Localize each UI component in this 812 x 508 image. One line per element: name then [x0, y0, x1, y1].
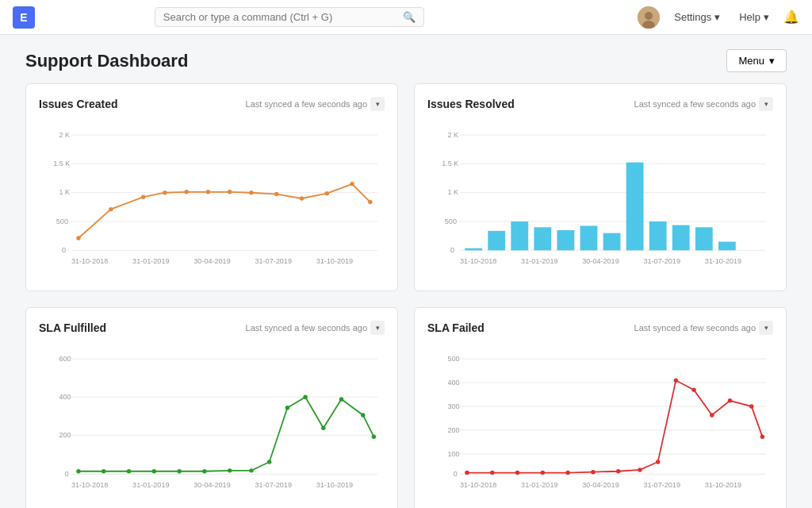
svg-point-74	[152, 469, 156, 473]
svg-rect-55	[672, 225, 690, 251]
svg-text:600: 600	[59, 355, 71, 363]
svg-text:30-04-2019: 30-04-2019	[582, 257, 619, 265]
svg-text:30-04-2019: 30-04-2019	[193, 481, 230, 489]
svg-text:2 K: 2 K	[447, 131, 458, 139]
sla-failed-card: SLA Failed Last synced a few seconds ago…	[414, 307, 787, 508]
svg-point-76	[202, 469, 206, 473]
svg-rect-53	[626, 163, 644, 251]
svg-text:31-10-2019: 31-10-2019	[316, 257, 353, 265]
issues-created-header: Issues Created Last synced a few seconds…	[39, 97, 385, 111]
svg-point-78	[249, 468, 253, 472]
search-icon: 🔍	[403, 11, 416, 23]
issues-resolved-chart: 2 K 1.5 K 1 K 500 0 31-10-2018 31-01-201…	[427, 119, 773, 278]
issues-resolved-svg: 2 K 1.5 K 1 K 500 0 31-10-2018 31-01-201…	[427, 119, 773, 278]
svg-point-83	[339, 397, 343, 401]
svg-point-117	[760, 434, 764, 438]
svg-text:1 K: 1 K	[59, 188, 70, 196]
avatar[interactable]	[638, 6, 660, 29]
svg-point-109	[616, 469, 620, 473]
svg-point-71	[76, 469, 80, 473]
issues-resolved-card: Issues Resolved Last synced a few second…	[414, 83, 787, 291]
svg-text:1.5 K: 1.5 K	[442, 160, 458, 167]
sla-fulfilled-svg: 600 400 200 0 31-10-2018 31-01-2019 30-0…	[39, 343, 385, 502]
settings-button[interactable]: Settings ▾	[669, 8, 725, 26]
svg-point-80	[285, 406, 289, 410]
svg-point-1	[645, 12, 653, 20]
svg-point-20	[141, 194, 145, 198]
issues-created-sync: Last synced a few seconds ago ▾	[246, 97, 385, 111]
svg-text:0: 0	[65, 470, 69, 478]
svg-text:31-10-2018: 31-10-2018	[71, 481, 108, 489]
svg-point-113	[691, 387, 695, 391]
svg-text:31-10-2019: 31-10-2019	[705, 481, 741, 489]
svg-point-24	[228, 190, 232, 194]
svg-point-85	[372, 434, 376, 438]
svg-point-79	[267, 460, 271, 464]
svg-point-30	[368, 200, 372, 204]
svg-text:31-07-2019: 31-07-2019	[255, 257, 291, 265]
notifications-icon[interactable]: 🔔	[783, 10, 799, 25]
page-header: Support Dashboard Menu ▾	[0, 35, 812, 83]
sla-fulfilled-chart: 600 400 200 0 31-10-2018 31-01-2019 30-0…	[39, 343, 385, 502]
svg-text:300: 300	[447, 402, 459, 410]
svg-point-26	[274, 192, 278, 196]
sla-failed-title: SLA Failed	[427, 321, 485, 334]
svg-text:31-07-2019: 31-07-2019	[644, 481, 680, 489]
search-bar[interactable]: 🔍	[155, 7, 424, 27]
svg-text:31-10-2019: 31-10-2019	[705, 257, 741, 265]
sla-failed-svg: 500 400 300 200 100 0 31-10-2018 31-01-2…	[427, 343, 773, 502]
svg-point-106	[541, 471, 545, 475]
svg-text:31-01-2019: 31-01-2019	[132, 481, 169, 489]
svg-text:100: 100	[447, 450, 459, 458]
svg-rect-51	[580, 226, 598, 251]
svg-point-107	[565, 471, 569, 475]
svg-point-75	[177, 469, 181, 473]
svg-text:31-07-2019: 31-07-2019	[255, 481, 291, 489]
help-button[interactable]: Help ▾	[734, 8, 774, 26]
sla-failed-header: SLA Failed Last synced a few seconds ago…	[427, 321, 773, 335]
sla-failed-dropdown[interactable]: ▾	[759, 321, 773, 335]
svg-text:30-04-2019: 30-04-2019	[193, 257, 230, 265]
svg-text:31-01-2019: 31-01-2019	[132, 257, 169, 265]
svg-rect-52	[603, 233, 621, 251]
svg-point-72	[102, 469, 105, 473]
svg-text:30-04-2019: 30-04-2019	[582, 481, 619, 489]
svg-text:500: 500	[447, 355, 459, 363]
search-input[interactable]	[163, 11, 403, 23]
svg-text:1 K: 1 K	[447, 188, 458, 196]
svg-point-28	[325, 191, 329, 195]
issues-resolved-dropdown[interactable]: ▾	[759, 97, 773, 111]
svg-rect-57	[718, 242, 736, 251]
page-title: Support Dashboard	[25, 51, 188, 71]
svg-rect-49	[534, 227, 551, 250]
svg-rect-48	[511, 221, 528, 250]
svg-point-116	[749, 404, 753, 408]
svg-text:200: 200	[447, 426, 459, 434]
svg-text:31-10-2019: 31-10-2019	[316, 481, 353, 489]
svg-point-115	[728, 398, 732, 402]
svg-rect-56	[695, 227, 713, 250]
menu-button[interactable]: Menu ▾	[726, 49, 787, 72]
svg-point-23	[206, 190, 210, 194]
issues-created-chart: 2 K 1.5 K 1 K 500 0 31-10-2018 31-01-201…	[39, 119, 385, 278]
svg-point-111	[656, 460, 660, 464]
svg-point-104	[490, 471, 494, 475]
issues-created-dropdown[interactable]: ▾	[370, 97, 385, 111]
svg-point-29	[350, 182, 354, 186]
svg-point-82	[321, 426, 325, 430]
svg-point-114	[710, 413, 714, 417]
svg-point-73	[127, 469, 131, 473]
svg-point-19	[109, 207, 113, 211]
svg-text:400: 400	[447, 379, 459, 387]
svg-rect-47	[488, 231, 505, 251]
svg-point-21	[163, 190, 167, 194]
svg-text:31-10-2018: 31-10-2018	[71, 257, 108, 265]
avatar-image	[638, 6, 660, 29]
topnav-right: Settings ▾ Help ▾ 🔔	[638, 6, 799, 29]
app-logo[interactable]: E	[13, 6, 35, 29]
issues-created-title: Issues Created	[39, 98, 118, 110]
svg-text:1.5 K: 1.5 K	[53, 160, 70, 167]
svg-rect-54	[649, 221, 667, 250]
sla-fulfilled-dropdown[interactable]: ▾	[370, 321, 385, 335]
issues-resolved-title: Issues Resolved	[427, 98, 515, 110]
